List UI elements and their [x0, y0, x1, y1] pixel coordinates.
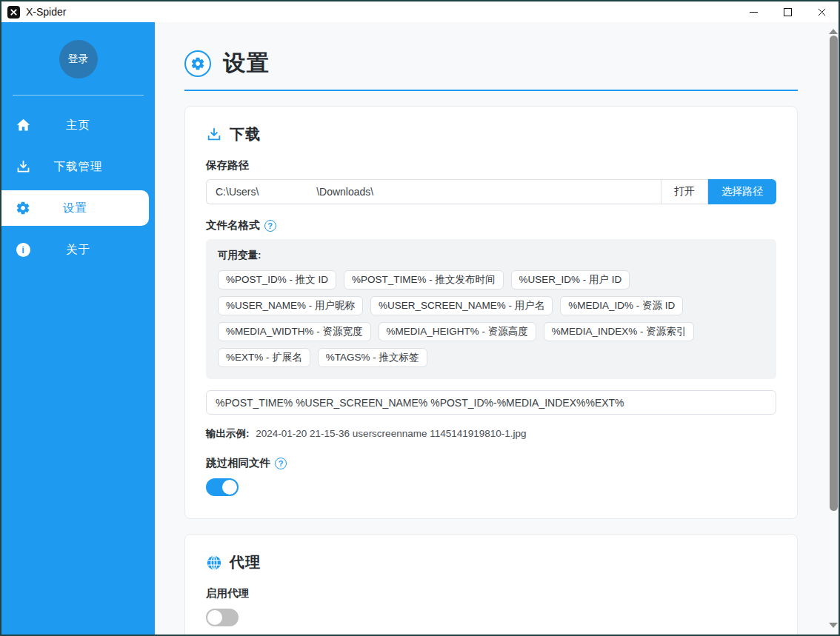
info-icon: i	[15, 241, 31, 258]
variable-chip: %POST_ID% - 推文 ID	[218, 270, 336, 289]
enable-proxy-toggle[interactable]	[206, 609, 239, 626]
question-icon[interactable]: ?	[264, 220, 276, 232]
open-path-button[interactable]: 打开	[661, 179, 708, 204]
variable-chip: %MEDIA_HEIGHT% - 资源高度	[379, 322, 536, 341]
app-logo-icon	[7, 6, 20, 19]
download-section-title: 下载	[206, 124, 776, 144]
sidebar-item-settings[interactable]: 设置	[1, 190, 149, 226]
variable-chip: %MEDIA_WIDTH% - 资源宽度	[218, 322, 371, 341]
variable-chip: %USER_NAME% - 用户昵称	[218, 296, 363, 315]
sidebar: 登录 主页 下载管理	[1, 22, 155, 635]
header-divider	[184, 90, 798, 91]
sidebar-item-home[interactable]: 主页	[1, 104, 155, 146]
filename-format-label: 文件名格式 ?	[206, 218, 776, 232]
minimize-button[interactable]	[736, 1, 770, 22]
question-icon[interactable]: ?	[275, 458, 287, 469]
scroll-up-icon[interactable]	[829, 29, 838, 34]
skip-same-file-toggle[interactable]	[206, 478, 239, 496]
save-path-input[interactable]	[206, 179, 661, 204]
page-title: 设置	[223, 48, 270, 78]
main-panel: 设置 下载 保存路径 打开 选择路径	[155, 22, 839, 635]
download-icon	[206, 127, 222, 143]
minimize-icon	[750, 12, 758, 13]
available-variables-panel: 可用变量: %POST_ID% - 推文 ID %POST_TIME% - 推文…	[206, 239, 776, 379]
save-path-group: 打开 选择路径	[206, 179, 776, 204]
toggle-knob	[222, 480, 237, 495]
app-window: X-Spider 登录 主页	[0, 0, 840, 636]
maximize-icon	[784, 8, 792, 16]
variable-chip: %USER_SCREEN_NAME% - 用户名	[370, 296, 553, 315]
scrollbar[interactable]	[828, 22, 839, 635]
toggle-knob	[207, 610, 222, 625]
scroll-down-icon[interactable]	[829, 623, 838, 628]
filename-format-input[interactable]	[206, 390, 776, 415]
proxy-section-title: 代理	[206, 552, 776, 572]
variable-chip-list: %POST_ID% - 推文 ID %POST_TIME% - 推文发布时间 %…	[218, 270, 764, 367]
window-title: X-Spider	[26, 6, 66, 18]
gear-icon	[184, 50, 211, 77]
globe-icon	[206, 555, 222, 571]
proxy-settings-card: 代理 启用代理 代理地址	[184, 534, 798, 635]
variable-chip: %TAGS% - 推文标签	[318, 348, 427, 367]
scrollbar-thumb[interactable]	[830, 36, 838, 511]
save-path-label: 保存路径	[206, 158, 776, 173]
download-settings-card: 下载 保存路径 打开 选择路径 文件名格式 ?	[184, 106, 798, 519]
sidebar-item-download-manager[interactable]: 下载管理	[1, 146, 155, 187]
output-example: 输出示例: 2024-01-20 21-15-36 userscreenname…	[206, 427, 776, 441]
sidebar-item-about[interactable]: i 关于	[1, 229, 155, 270]
variable-chip: %POST_TIME% - 推文发布时间	[344, 270, 504, 289]
sidebar-divider	[13, 95, 144, 96]
sidebar-nav: 主页 下载管理 设置 i	[1, 104, 155, 270]
titlebar: X-Spider	[1, 1, 839, 22]
choose-path-button[interactable]: 选择路径	[708, 179, 776, 204]
download-icon	[15, 158, 31, 175]
variable-chip: %MEDIA_ID% - 资源 ID	[560, 296, 683, 315]
available-variables-label: 可用变量:	[218, 249, 764, 262]
variable-chip: %MEDIA_INDEX% - 资源索引	[544, 322, 695, 341]
maximize-button[interactable]	[770, 1, 804, 22]
login-avatar-button[interactable]: 登录	[59, 40, 98, 78]
page-header: 设置	[184, 48, 798, 78]
variable-chip: %USER_ID% - 用户 ID	[511, 270, 630, 289]
skip-same-file-label: 跳过相同文件 ?	[206, 456, 776, 470]
enable-proxy-label: 启用代理	[206, 586, 776, 600]
close-button[interactable]	[804, 1, 839, 22]
home-icon	[15, 117, 31, 133]
variable-chip: %EXT% - 扩展名	[218, 348, 310, 367]
gear-icon	[15, 200, 31, 216]
close-icon	[817, 7, 827, 17]
